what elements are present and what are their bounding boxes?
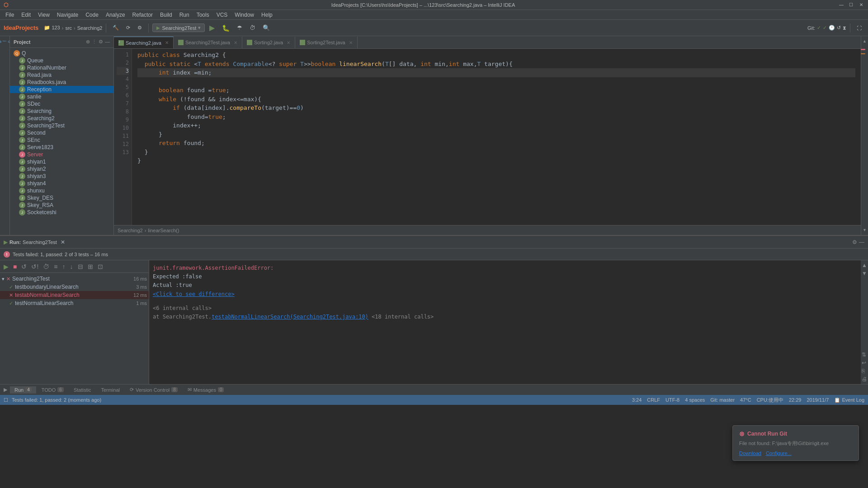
menu-build[interactable]: Build bbox=[156, 11, 176, 19]
menu-navigate[interactable]: Navigate bbox=[53, 11, 82, 19]
status-indent[interactable]: 4 spaces bbox=[685, 397, 705, 403]
run-scroll-up[interactable]: ▲ bbox=[862, 262, 867, 268]
minimize-button[interactable]: — bbox=[838, 2, 844, 8]
run-btn-collapse[interactable]: ⊟ bbox=[76, 262, 85, 271]
tab-close-Searching2[interactable]: ✕ bbox=[165, 40, 169, 45]
tree-item-shiyan1[interactable]: J shiyan1 bbox=[10, 158, 113, 165]
run-btn-sort-duration[interactable]: ⏱ bbox=[41, 262, 51, 271]
tab-Searching2[interactable]: J Searching2.java ✕ bbox=[114, 37, 174, 48]
project-settings-icon[interactable]: ⚙ bbox=[99, 39, 103, 45]
test-item-root[interactable]: ▾ ✕ Searching2Test 16 ms bbox=[0, 275, 149, 283]
tab-close-Sorting2[interactable]: ✕ bbox=[287, 40, 290, 45]
run-tab-close[interactable]: ✕ bbox=[61, 239, 65, 245]
run-panel-minimize[interactable]: — bbox=[859, 239, 864, 245]
menu-vcs[interactable]: VCS bbox=[213, 11, 231, 19]
run-btn-up[interactable]: ↑ bbox=[61, 262, 67, 271]
tree-item-shiyan3[interactable]: J shiyan3 bbox=[10, 173, 113, 180]
output-diff-link[interactable]: <Click to see difference> bbox=[153, 290, 857, 299]
run-panel-settings[interactable]: ⚙ bbox=[852, 239, 857, 245]
tree-item-RationalNumber[interactable]: J RationalNumber bbox=[10, 64, 113, 71]
bb-tab-todo[interactable]: TODO 6 bbox=[37, 386, 68, 394]
bb-tab-terminal[interactable]: Terminal bbox=[96, 386, 124, 394]
menu-run[interactable]: Run bbox=[176, 11, 193, 19]
tree-item-sanlie[interactable]: J sanlie bbox=[10, 93, 113, 100]
tab-Searching2Test[interactable]: J Searching2Test.java ✕ bbox=[174, 37, 242, 48]
status-encoding[interactable]: UTF-8 bbox=[665, 397, 679, 403]
run-btn-rerun[interactable]: ↺ bbox=[19, 262, 28, 271]
breadcrumb-part2[interactable]: linearSearch() bbox=[148, 228, 179, 233]
status-position[interactable]: 3:24 bbox=[632, 397, 642, 403]
tab-close-Sorting2Test[interactable]: ✕ bbox=[349, 40, 353, 45]
run-btn-import[interactable]: ⊡ bbox=[96, 262, 105, 271]
toolbar-extra1[interactable]: ⛶ bbox=[854, 24, 864, 32]
run-scroll-down[interactable]: ▼ bbox=[862, 270, 867, 277]
menu-window[interactable]: Window bbox=[231, 11, 258, 19]
tree-item-Searching2[interactable]: J Searching2 bbox=[10, 115, 113, 122]
tree-item-Skey_DES[interactable]: J Skey_DES bbox=[10, 194, 113, 202]
status-line-ending[interactable]: CRLF bbox=[647, 397, 660, 403]
menu-tools[interactable]: Tools bbox=[193, 11, 213, 19]
run-btn-filter[interactable]: ≡ bbox=[52, 262, 59, 271]
test-item-boundary[interactable]: ✓ testboundaryLinearSearch 3 ms bbox=[0, 283, 149, 291]
right-sidebar-scroll-up[interactable]: ▲ bbox=[862, 38, 868, 44]
menu-analyze[interactable]: Analyze bbox=[102, 11, 129, 19]
git-history-icon[interactable]: ⧗ bbox=[843, 25, 846, 31]
git-refresh-icon[interactable]: ↺ bbox=[837, 25, 841, 31]
right-sidebar-scroll-down[interactable]: ▼ bbox=[862, 227, 868, 233]
run-sort-icon[interactable]: ⇅ bbox=[862, 352, 867, 358]
tree-item-SEnc[interactable]: J SEnc bbox=[10, 136, 113, 144]
test-item-abnormal[interactable]: ✕ testabNormalLinearSearch 12 ms bbox=[0, 291, 149, 299]
tree-item-Read[interactable]: J Read.java bbox=[10, 71, 113, 79]
code-editor[interactable]: 1 2 3 4 5 6 7 8 9 10 11 12 13 public cla… bbox=[114, 49, 861, 225]
tree-item-Serve1823[interactable]: J Serve1823 bbox=[10, 144, 113, 151]
menu-file[interactable]: File bbox=[2, 11, 18, 19]
tree-item-Reception[interactable]: J Reception bbox=[10, 86, 113, 93]
maximize-button[interactable]: ☐ bbox=[848, 2, 854, 8]
tab-Sorting2Test[interactable]: J Sorting2Test.java ✕ bbox=[295, 37, 357, 48]
notification-configure-link[interactable]: Configure... bbox=[766, 450, 792, 456]
debug-button[interactable]: 🐛 bbox=[219, 23, 232, 33]
tree-item-Searching2Test[interactable]: J Searching2Test bbox=[10, 122, 113, 129]
profile-button[interactable]: ⏱ bbox=[247, 23, 258, 32]
run-btn-down[interactable]: ↓ bbox=[68, 262, 75, 271]
tab-Sorting2[interactable]: J Sorting2.java ✕ bbox=[242, 37, 295, 48]
run-copy-icon[interactable]: ⎘ bbox=[862, 368, 867, 374]
run-btn-rerun-failed[interactable]: ↺! bbox=[29, 262, 40, 271]
project-add-icon[interactable]: ⊕ bbox=[86, 39, 90, 45]
bb-tab-messages[interactable]: ✉ Messages 0 bbox=[183, 386, 229, 394]
menu-edit[interactable]: Edit bbox=[18, 11, 34, 19]
coverage-button[interactable]: ☂ bbox=[234, 23, 245, 32]
code-content[interactable]: public class Searching2 { public static … bbox=[132, 49, 861, 225]
tree-item-Readbooks[interactable]: J Readbooks.java bbox=[10, 79, 113, 86]
tree-item-Q[interactable]: Q Q bbox=[10, 50, 113, 57]
tree-item-shiyan4[interactable]: J shiyan4 bbox=[10, 180, 113, 187]
project-icon[interactable]: Project bbox=[1, 38, 9, 46]
tree-item-shunxu[interactable]: J shunxu bbox=[10, 187, 113, 194]
run-print-icon[interactable]: 🖨 bbox=[862, 376, 867, 382]
bb-tab-vcs[interactable]: ⟳ Version Control 8 bbox=[125, 386, 182, 394]
toolbar-sync-btn[interactable]: ⟳ bbox=[123, 24, 133, 32]
toolbar-settings-btn[interactable]: ⚙ bbox=[135, 24, 145, 32]
menu-code[interactable]: Code bbox=[82, 11, 102, 19]
tree-item-Searching[interactable]: J Searching bbox=[10, 108, 113, 115]
diff-link[interactable]: <Click to see difference> bbox=[153, 291, 235, 297]
run-wrap-icon[interactable]: ↩ bbox=[862, 360, 867, 366]
tree-item-Queue[interactable]: J Queue bbox=[10, 57, 113, 64]
status-checkbox[interactable]: ☐ bbox=[4, 397, 8, 403]
menu-view[interactable]: View bbox=[34, 11, 53, 19]
toolbar-build-btn[interactable]: 🔨 bbox=[110, 24, 122, 32]
tree-item-shiyan2[interactable]: J shiyan2 bbox=[10, 165, 113, 173]
run-configuration[interactable]: ▶ Searching2Test ▾ bbox=[152, 23, 205, 32]
tree-item-Socketceshi[interactable]: J Socketceshi bbox=[10, 209, 113, 216]
run-button[interactable]: ▶ bbox=[207, 23, 217, 33]
tree-item-Skey_RSA[interactable]: J Skey_RSA bbox=[10, 202, 113, 209]
menu-refactor[interactable]: Refactor bbox=[129, 11, 156, 19]
project-view-icon[interactable]: ⋮ bbox=[92, 39, 97, 45]
notification-download-link[interactable]: Download bbox=[739, 450, 761, 456]
bb-tab-run[interactable]: Run 4 bbox=[10, 386, 36, 394]
event-log-icon[interactable]: 📋 Event Log bbox=[834, 397, 864, 403]
tab-close-Searching2Test[interactable]: ✕ bbox=[234, 40, 237, 45]
run-btn-play[interactable]: ▶ bbox=[2, 262, 10, 271]
run-btn-export[interactable]: ⊞ bbox=[86, 262, 95, 271]
test-item-normal[interactable]: ✓ testNormalLinearSearch 1 ms bbox=[0, 299, 149, 307]
